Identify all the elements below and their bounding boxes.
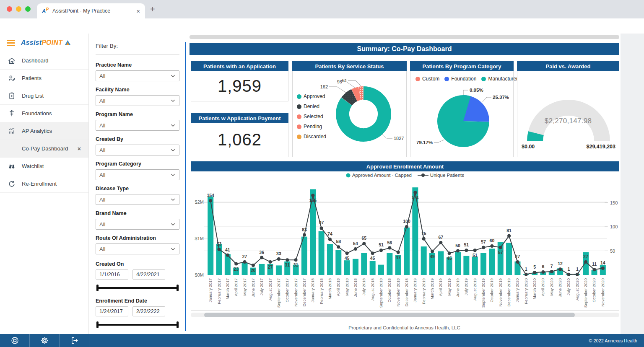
- bar-february-2019[interactable]: [421, 246, 427, 275]
- slider-handle-left[interactable]: [96, 285, 99, 291]
- bar-july-2017[interactable]: [259, 264, 265, 275]
- line-point-july-2019[interactable]: [465, 249, 468, 252]
- created-on-range-slider[interactable]: [96, 285, 179, 291]
- enrollment-end-date-from-input[interactable]: 1/24/2017: [96, 306, 128, 316]
- line-point-march-2018[interactable]: [328, 238, 332, 241]
- line-point-january-2017[interactable]: [209, 199, 212, 202]
- line-point-december-2019[interactable]: [507, 234, 511, 238]
- line-point-november-2020[interactable]: [601, 267, 605, 270]
- bar-july-2019[interactable]: [463, 256, 469, 275]
- browser-tab[interactable]: AP AssistPoint - My Practice ×: [37, 3, 145, 18]
- report-top-scrollbar[interactable]: [190, 35, 619, 39]
- line-point-april-2017[interactable]: [234, 262, 238, 266]
- window-minimize-button[interactable]: [16, 6, 21, 12]
- line-point-may-2020[interactable]: [550, 270, 553, 273]
- window-zoom-button[interactable]: [25, 6, 31, 12]
- line-point-april-2020[interactable]: [541, 270, 545, 274]
- line-point-october-2018[interactable]: [388, 246, 391, 250]
- line-point-june-2019[interactable]: [456, 249, 460, 253]
- route-of-administration-dropdown[interactable]: All: [96, 243, 179, 254]
- brand-name-dropdown[interactable]: All: [96, 219, 179, 230]
- line-point-june-2018[interactable]: [354, 247, 357, 251]
- bar-august-2019[interactable]: [472, 257, 478, 275]
- enrollment-end-date-to-input[interactable]: 2/22/2222: [132, 306, 165, 316]
- bar-june-2019[interactable]: [455, 252, 461, 275]
- bar-december-2017[interactable]: [301, 237, 307, 275]
- bar-october-2018[interactable]: [387, 253, 392, 275]
- bar-april-2019[interactable]: [438, 251, 444, 275]
- line-point-february-2017[interactable]: [218, 248, 221, 251]
- settings-button[interactable]: [30, 334, 60, 347]
- sidebar-item-re-enrollment[interactable]: Re-Enrollment: [0, 175, 88, 193]
- donut-slice-selected[interactable]: [354, 93, 360, 95]
- line-point-november-2017[interactable]: [294, 258, 298, 262]
- chart-horizontal-scrollbar[interactable]: [191, 313, 619, 317]
- line-point-may-2019[interactable]: [448, 251, 451, 255]
- donut-slice-pending[interactable]: [360, 93, 364, 93]
- enrollment-end-date-range-slider[interactable]: [96, 321, 179, 328]
- line-point-september-2019[interactable]: [482, 246, 485, 249]
- sidebar-item-dashboard[interactable]: Dashboard: [0, 52, 88, 70]
- line-point-august-2020[interactable]: [576, 273, 579, 276]
- slider-handle-right[interactable]: [177, 321, 179, 328]
- line-point-december-2018[interactable]: [405, 225, 408, 228]
- bar-october-2019[interactable]: [489, 249, 495, 275]
- bar-april-2018[interactable]: [335, 250, 341, 275]
- line-point-february-2018[interactable]: [320, 226, 323, 230]
- help-button[interactable]: [0, 334, 30, 347]
- bar-february-2018[interactable]: [319, 231, 325, 275]
- facility-name-dropdown[interactable]: All: [96, 95, 179, 106]
- line-point-february-2019[interactable]: [422, 237, 426, 241]
- line-point-october-2020[interactable]: [592, 268, 596, 271]
- line-point-november-2018[interactable]: [397, 251, 400, 254]
- bar-may-2018[interactable]: [344, 260, 350, 275]
- close-icon[interactable]: ×: [78, 145, 81, 152]
- hamburger-menu-icon[interactable]: [7, 40, 15, 46]
- donut-slice-denied[interactable]: [347, 95, 354, 101]
- line-point-september-2020[interactable]: [584, 260, 587, 264]
- line-point-march-2020[interactable]: [533, 271, 536, 274]
- line-point-october-2017[interactable]: [286, 258, 289, 262]
- scrollbar-thumb[interactable]: [204, 313, 575, 317]
- line-point-august-2019[interactable]: [473, 249, 477, 252]
- disease-type-dropdown[interactable]: All: [96, 194, 179, 205]
- line-point-january-2019[interactable]: [413, 191, 417, 194]
- legend-item-approved-amount-capped[interactable]: Approved Amount - Capped: [346, 173, 412, 178]
- line-point-september-2017[interactable]: [277, 257, 280, 261]
- bar-january-2017[interactable]: [208, 197, 213, 275]
- bar-december-2019[interactable]: [506, 243, 512, 275]
- line-point-november-2019[interactable]: [499, 246, 502, 249]
- sidebar-item-co-pay-dashboard[interactable]: Co-Pay Dashboard×: [0, 140, 88, 158]
- line-point-september-2018[interactable]: [379, 249, 383, 252]
- line-point-july-2018[interactable]: [362, 242, 366, 245]
- legend-item-unique-patients[interactable]: Unique Patients: [418, 173, 464, 178]
- logout-button[interactable]: [60, 334, 89, 347]
- bar-september-2019[interactable]: [480, 253, 486, 275]
- bar-september-2017[interactable]: [276, 265, 282, 275]
- line-point-january-2020[interactable]: [516, 260, 519, 264]
- line-point-may-2018[interactable]: [345, 251, 349, 255]
- line-point-august-2017[interactable]: [269, 260, 272, 264]
- bar-july-2018[interactable]: [361, 253, 367, 275]
- window-close-button[interactable]: [7, 6, 12, 12]
- sidebar-item-drug-list[interactable]: Drug List: [0, 87, 88, 105]
- line-point-april-2018[interactable]: [337, 245, 340, 249]
- bar-may-2017[interactable]: [242, 263, 248, 275]
- line-point-february-2020[interactable]: [525, 273, 528, 276]
- line-point-august-2018[interactable]: [371, 251, 374, 255]
- line-point-april-2019[interactable]: [439, 241, 442, 244]
- line-point-june-2017[interactable]: [252, 264, 255, 267]
- program-category-dropdown[interactable]: All: [96, 169, 179, 180]
- sidebar-item-ap-analytics[interactable]: AP Analytics: [0, 122, 88, 140]
- new-tab-button[interactable]: +: [150, 5, 155, 14]
- slider-handle-right[interactable]: [177, 285, 179, 291]
- line-point-december-2017[interactable]: [303, 233, 306, 237]
- bar-march-2018[interactable]: [327, 244, 333, 275]
- bar-june-2018[interactable]: [353, 259, 358, 275]
- sidebar-item-patients[interactable]: Patients: [0, 70, 88, 87]
- practice-name-dropdown[interactable]: All: [96, 70, 179, 81]
- line-point-june-2020[interactable]: [558, 267, 562, 271]
- line-point-january-2018[interactable]: [311, 194, 314, 197]
- sidebar-item-watchlist[interactable]: Watchlist: [0, 158, 88, 175]
- bar-september-2018[interactable]: [378, 265, 384, 275]
